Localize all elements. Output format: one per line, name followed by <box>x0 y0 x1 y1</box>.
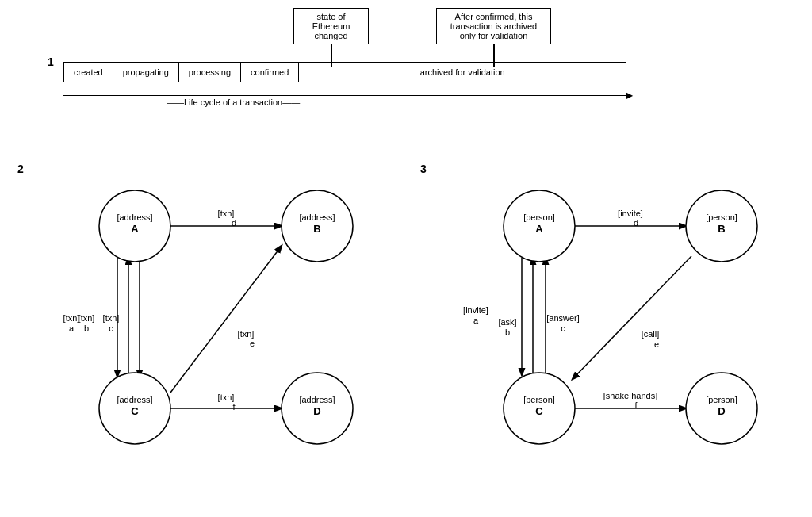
lc-cell-confirmed: confirmed <box>241 63 299 82</box>
edge-label-b: b <box>84 324 89 333</box>
annotation-state-changed: state of Ethereum changed <box>293 8 369 44</box>
lc-cell-propagating: propagating <box>113 63 179 82</box>
lc-cell-archived: archived for validation <box>299 63 626 82</box>
node3-B-sublabel: B <box>718 223 725 235</box>
edge-label-invite-d: d <box>634 218 638 228</box>
ann1-line3: changed <box>314 31 347 40</box>
ann2-line1: After confirmed, this <box>455 12 533 21</box>
node-D-sublabel: D <box>313 405 320 417</box>
section-number-1: 1 <box>48 56 54 68</box>
node3-B-label: [person] <box>706 213 737 222</box>
edge-label-txn-b-bracket: [txn] <box>79 313 95 323</box>
page-container: 1 state of Ethereum changed After confir… <box>0 0 812 517</box>
ann2-line2: transaction is archived <box>450 21 537 31</box>
lifecycle-bar: created propagating processing confirmed… <box>63 62 626 82</box>
edge-label-invite-a-bracket: [invite] <box>463 305 488 315</box>
node-B-label: [address] <box>299 213 335 222</box>
node-A-label: [address] <box>117 213 152 222</box>
node3-D-label: [person] <box>706 395 737 404</box>
edge-label-ask-b-bracket: [ask] <box>498 317 516 327</box>
ann1-line1: state of <box>316 12 345 21</box>
edge-label-txn-f: f <box>232 402 236 412</box>
edge-label-c3: c <box>561 324 565 333</box>
edge-label-shake-f-bracket: [shake hands] <box>603 391 658 400</box>
ann1-line2: Ethereum <box>312 21 350 31</box>
edge-label-txn-e-bracket: [txn] <box>238 329 255 339</box>
edge-label-c: c <box>109 324 113 333</box>
edge-label-call-e: e <box>654 339 659 349</box>
graph-3-svg: [invite] d [shake hands] f [call] e [inv… <box>436 155 801 504</box>
edge-label-txn-d-bracket: [txn] <box>218 209 235 218</box>
node-D-label: [address] <box>299 395 335 404</box>
lifecycle-arrow-label: ——Life cycle of a transaction—— <box>167 98 300 107</box>
edge-label-txn-c-bracket: [txn] <box>103 313 120 323</box>
edge-label-txn-e: e <box>250 339 255 348</box>
node-B-sublabel: B <box>313 223 320 235</box>
node3-A-sublabel: A <box>535 223 543 235</box>
lifecycle-arrow-line <box>63 95 626 96</box>
node3-C-sublabel: C <box>535 405 543 417</box>
node3-D-sublabel: D <box>718 405 725 417</box>
node-C-label: [address] <box>117 395 152 404</box>
node-A-sublabel: A <box>131 223 139 235</box>
annotation-archived: After confirmed, this transaction is arc… <box>436 8 551 44</box>
section-number-2: 2 <box>17 163 24 175</box>
lc-cell-processing: processing <box>179 63 241 82</box>
node-C-sublabel: C <box>131 405 139 417</box>
edge-label-txn-f-bracket: [txn] <box>218 393 235 402</box>
svg-line-1 <box>170 246 282 393</box>
section-number-3: 3 <box>420 163 427 175</box>
edge-label-txn-d: d <box>232 218 236 228</box>
edge-label-answer-c-bracket: [answer] <box>546 313 580 323</box>
edge-label-invite-d-bracket: [invite] <box>618 209 643 218</box>
node3-A-label: [person] <box>523 213 555 222</box>
ann2-line3: only for validation <box>460 31 528 40</box>
edge-label-a: a <box>69 324 75 333</box>
edge-label-call-e-bracket: [call] <box>642 329 660 339</box>
svg-line-8 <box>573 256 691 379</box>
edge-label-b3: b <box>505 327 510 337</box>
edge-label-a3: a <box>473 316 479 325</box>
graph-2-svg: [txn] d [txn] e [txn] f [txn] [txn] [txn… <box>32 155 396 504</box>
edge-label-txn-a-bracket: [txn] <box>63 313 80 323</box>
node3-C-label: [person] <box>523 395 555 404</box>
lc-cell-created: created <box>64 63 113 82</box>
arrow-label-text: Life cycle of a transaction <box>184 98 282 107</box>
